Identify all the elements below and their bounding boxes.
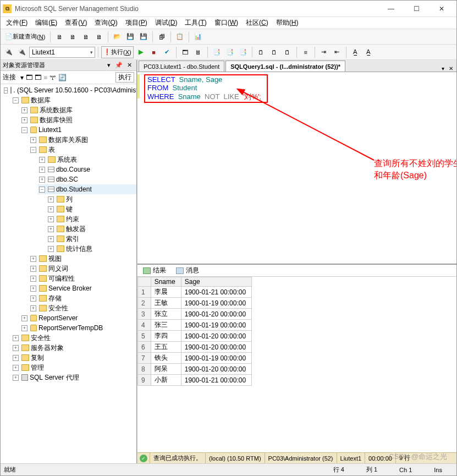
connect-dropdown[interactable]: ▾ xyxy=(20,74,24,81)
tb2-b6[interactable]: 🗒 xyxy=(255,46,267,58)
menu-project[interactable]: 项目(P) xyxy=(122,17,151,29)
tree-sysdb[interactable]: +系统数据库 xyxy=(20,105,136,115)
results-grid[interactable]: SnameSage1李晨1900-01-21 00:00:002王敏1900-0… xyxy=(137,277,456,452)
tree-keys[interactable]: +键 xyxy=(47,204,136,214)
menu-help[interactable]: 帮助(H) xyxy=(273,17,302,29)
query-statusbar: ✓ 查询已成功执行。 (local) (10.50 RTM) PC03\Admi… xyxy=(137,452,456,463)
tb-btn-1[interactable]: 🗎 xyxy=(53,31,65,43)
tab-sqlquery[interactable]: SQLQuery1.sql - (l...dministrator (52))* xyxy=(225,61,345,72)
tab-close-button[interactable]: ✕ xyxy=(447,65,455,72)
tb2-b9[interactable]: ≡ xyxy=(300,46,312,58)
database-combo[interactable]: Liutext1 xyxy=(29,47,95,58)
tab-student-table[interactable]: PC03.Liutext1 - dbo.Student xyxy=(139,61,224,72)
parse-button[interactable]: ✔ xyxy=(161,46,173,58)
save-button[interactable]: 💾 xyxy=(124,31,136,43)
tree-sc[interactable]: +dbo.SC xyxy=(38,174,136,184)
messages-tab[interactable]: 消息 xyxy=(173,265,202,276)
tree-databases[interactable]: −数据库 xyxy=(12,95,136,105)
tree-views[interactable]: +视图 xyxy=(29,254,136,264)
activity-button[interactable]: 📊 xyxy=(192,31,204,43)
toolbar-sql: 🔌 🔌 Liutext1 ❗ 执行(X) ▶ ■ ✔ 🗔 🗏 📑 📑 📑 🗒 🗒… xyxy=(1,45,456,60)
tree-triggers[interactable]: +触发器 xyxy=(47,224,136,234)
save-all-button[interactable]: 💾 xyxy=(137,31,150,43)
stop-button[interactable]: ■ xyxy=(148,46,160,58)
exp-btn-1[interactable]: 🗔 xyxy=(26,74,32,81)
tree-student[interactable]: −dbo.Student xyxy=(38,184,136,194)
tree-security-db[interactable]: +安全性 xyxy=(29,303,136,313)
tree-constraints[interactable]: +约束 xyxy=(47,214,136,224)
tb2-b2[interactable]: 🗏 xyxy=(192,46,205,58)
tb-btn-2[interactable]: 🗎 xyxy=(67,31,79,43)
tree-diagrams[interactable]: +数据库关系图 xyxy=(29,135,136,145)
tb2-b7[interactable]: 🗒 xyxy=(268,46,280,58)
tb2-b1[interactable]: 🗔 xyxy=(179,46,191,58)
tb2-b8[interactable]: 🗒 xyxy=(282,46,294,58)
tree-tables[interactable]: −表 xyxy=(29,145,136,155)
tree-storage[interactable]: +存储 xyxy=(29,293,136,303)
tree-course[interactable]: +dbo.Course xyxy=(38,165,136,174)
window-title: Microsoft SQL Server Management Studio xyxy=(15,5,378,13)
exp-filter-button[interactable]: 🝖 xyxy=(49,74,56,81)
exp-btn-2[interactable]: 🗔 xyxy=(35,74,41,81)
exp-refresh-button[interactable]: 🔄 xyxy=(58,74,67,81)
pin-icon[interactable]: ▾ xyxy=(105,62,113,69)
open-button[interactable]: 📂 xyxy=(111,31,123,43)
outdent-button[interactable]: ⇤ xyxy=(331,46,343,58)
menu-community[interactable]: 社区(C) xyxy=(243,17,272,29)
results-tab[interactable]: 结果 xyxy=(140,265,169,276)
tree-serverobjects[interactable]: +服务器对象 xyxy=(12,343,136,353)
tree-cols[interactable]: +列 xyxy=(47,194,136,204)
close-button[interactable]: ✕ xyxy=(429,1,454,17)
tree-systables[interactable]: +系统表 xyxy=(38,155,136,165)
tree-userdb[interactable]: −Liutext1 xyxy=(20,125,136,135)
comment-button[interactable]: A̲ xyxy=(349,46,361,58)
tree-indexes[interactable]: +索引 xyxy=(47,234,136,244)
tree-stats[interactable]: +统计信息 xyxy=(47,244,136,254)
sql-editor[interactable]: SELECT Sname, Sage FROM Student WHERE Sn… xyxy=(137,72,456,264)
tabs-dropdown[interactable]: ▾ xyxy=(439,65,447,72)
tb2-b3[interactable]: 📑 xyxy=(211,46,223,58)
status-server: (local) (10.50 RTM) xyxy=(205,453,265,463)
maximize-button[interactable]: ☐ xyxy=(404,1,429,17)
tree-sqlagent[interactable]: +SQL Server 代理 xyxy=(12,373,136,382)
menu-debug[interactable]: 调试(D) xyxy=(152,17,181,29)
pin-button[interactable]: 📌 xyxy=(113,62,125,69)
annotation-text: 查询所有不姓刘的学生姓名(Sname)和年龄(Sage) xyxy=(374,157,457,182)
tree-security[interactable]: +安全性 xyxy=(12,333,136,343)
status-ready: 就绪 xyxy=(4,466,16,474)
tree-snapshots[interactable]: +数据库快照 xyxy=(20,115,136,125)
tree-programmability[interactable]: +可编程性 xyxy=(29,273,136,283)
tb-btn-4[interactable]: 🗎 xyxy=(93,31,105,43)
tree-reportserver[interactable]: +ReportServer xyxy=(20,313,136,323)
exp-exec-button[interactable]: 执行 xyxy=(115,72,134,83)
tree-management[interactable]: +管理 xyxy=(12,363,136,373)
status-db: Liutext1 xyxy=(337,453,365,463)
tree-reportservertmp[interactable]: +ReportServerTempDB xyxy=(20,323,136,333)
menu-view[interactable]: 查看(V) xyxy=(62,17,90,29)
tb2-b4[interactable]: 📑 xyxy=(224,46,236,58)
tree-server[interactable]: −. (SQL Server 10.50.1600 - PC03\Adminis… xyxy=(3,85,136,95)
uncomment-button[interactable]: A̲ xyxy=(362,46,375,58)
new-query-button[interactable]: 📄 新建查询(N) xyxy=(3,31,47,43)
tb-btn-8[interactable]: 🗐 xyxy=(156,31,168,43)
tb-btn-9[interactable]: 📋 xyxy=(174,31,186,43)
toolbar-standard: 📄 新建查询(N) 🗎 🗎 🗎 🗎 📂 💾 💾 🗐 📋 📊 xyxy=(1,29,456,45)
tree-synonyms[interactable]: +同义词 xyxy=(29,264,136,273)
menu-tools[interactable]: 工具(T) xyxy=(181,17,210,29)
execute-button[interactable]: ❗ 执行(X) xyxy=(101,46,134,58)
menu-edit[interactable]: 编辑(E) xyxy=(32,17,60,29)
menu-window[interactable]: 窗口(W) xyxy=(211,17,241,29)
explorer-tree[interactable]: −. (SQL Server 10.50.1600 - PC03\Adminis… xyxy=(1,84,136,463)
explorer-close-button[interactable]: ✕ xyxy=(125,62,134,69)
minimize-button[interactable]: — xyxy=(378,1,404,17)
tb2-conn[interactable]: 🔌 xyxy=(3,46,15,58)
tree-replication[interactable]: +复制 xyxy=(12,353,136,363)
menu-file[interactable]: 文件(F) xyxy=(3,17,31,29)
debug-run-button[interactable]: ▶ xyxy=(135,46,147,58)
tree-servicebroker[interactable]: +Service Broker xyxy=(29,283,136,293)
tb2-change[interactable]: 🔌 xyxy=(16,46,28,58)
indent-button[interactable]: ⇥ xyxy=(318,46,330,58)
tb2-b5[interactable]: 📑 xyxy=(237,46,249,58)
tb-btn-3[interactable]: 🗎 xyxy=(80,31,92,43)
menu-query[interactable]: 查询(Q) xyxy=(91,17,120,29)
